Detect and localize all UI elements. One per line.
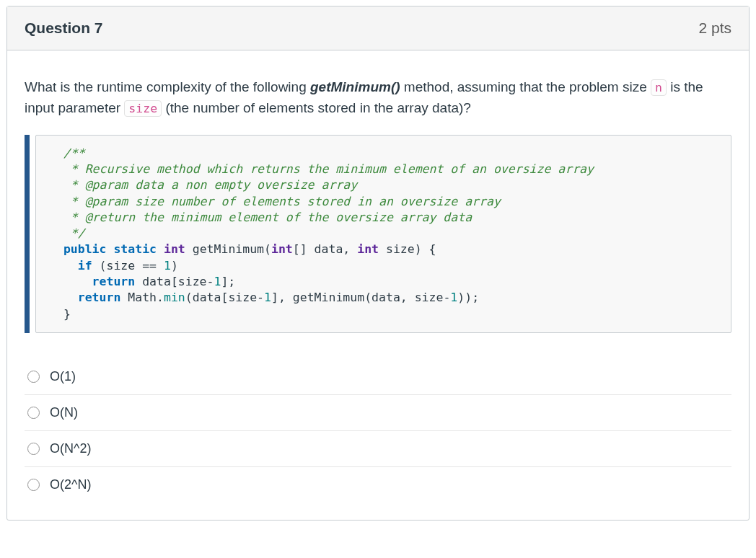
answer-label: O(1): [50, 369, 76, 384]
code-min: min: [164, 291, 185, 304]
inline-code-size: size: [124, 100, 162, 117]
answer-label: O(N): [50, 405, 78, 420]
code-num: 1: [264, 291, 271, 304]
code-sig: [] data,: [293, 242, 357, 256]
answer-option[interactable]: O(1): [25, 359, 731, 395]
answer-option[interactable]: O(N): [25, 395, 731, 431]
answer-label: O(N^2): [50, 441, 91, 456]
radio-icon[interactable]: [27, 407, 40, 419]
code-num: 1: [450, 291, 457, 304]
code-if-cond: (size ==: [92, 259, 164, 273]
code-close-brace: }: [63, 307, 71, 321]
code-comment-line: /**: [49, 146, 85, 160]
kw-public: public: [63, 242, 107, 256]
answer-list: O(1) O(N) O(N^2) O(2^N): [25, 359, 731, 502]
qtext-part1: What is the runtime complexity of the fo…: [25, 79, 310, 94]
kw-if: if: [78, 259, 92, 273]
question-header: Question 7 2 pts: [7, 6, 749, 50]
code-sig-end: size) {: [379, 242, 436, 256]
answer-option[interactable]: O(2^N): [25, 467, 731, 502]
question-text: What is the runtime complexity of the fo…: [25, 76, 731, 119]
question-title: Question 7: [25, 19, 103, 37]
code-if-close: ): [171, 259, 178, 273]
code-ret2a: Math.: [120, 291, 164, 304]
kw-int: int: [271, 242, 293, 256]
code-ret2c: ], getMinimum(data, size-: [271, 291, 450, 304]
code-ret1-end: ];: [221, 275, 235, 288]
radio-icon[interactable]: [27, 479, 40, 491]
code-comment-line: * @return the minimum element of the ove…: [49, 211, 472, 224]
radio-icon[interactable]: [27, 443, 40, 455]
code-block: /** * Recursive method which returns the…: [35, 135, 731, 333]
answer-label: O(2^N): [50, 477, 91, 492]
radio-icon[interactable]: [27, 371, 40, 383]
code-num: 1: [214, 275, 221, 288]
qtext-method: getMinimum(): [310, 79, 400, 94]
code-ret2b: (data[size-: [185, 291, 264, 304]
code-comment-line: * @param data a non empty oversize array: [49, 178, 357, 192]
kw-return: return: [78, 291, 121, 304]
question-body: What is the runtime complexity of the fo…: [7, 50, 749, 520]
qtext-part4: (the number of elements stored in the ar…: [162, 100, 471, 115]
question-card: Question 7 2 pts What is the runtime com…: [6, 6, 750, 521]
code-block-wrapper: /** * Recursive method which returns the…: [25, 135, 731, 333]
code-fn-name: getMinimum(: [185, 242, 271, 256]
code-comment-line: * @param size number of elements stored …: [49, 195, 501, 208]
kw-static: static: [113, 242, 157, 256]
code-ret1: data[size-: [135, 275, 214, 288]
answer-option[interactable]: O(N^2): [25, 431, 731, 467]
question-points: 2 pts: [698, 19, 731, 37]
code-comment-line: */: [49, 226, 85, 240]
inline-code-n: n: [651, 79, 667, 96]
kw-int: int: [164, 242, 185, 256]
kw-return: return: [92, 275, 136, 288]
code-ret2d: ));: [457, 291, 479, 304]
kw-int: int: [357, 242, 379, 256]
code-num: 1: [164, 259, 171, 273]
qtext-part2: method, assuming that the problem size: [400, 79, 651, 94]
code-comment-line: * Recursive method which returns the min…: [49, 162, 594, 176]
